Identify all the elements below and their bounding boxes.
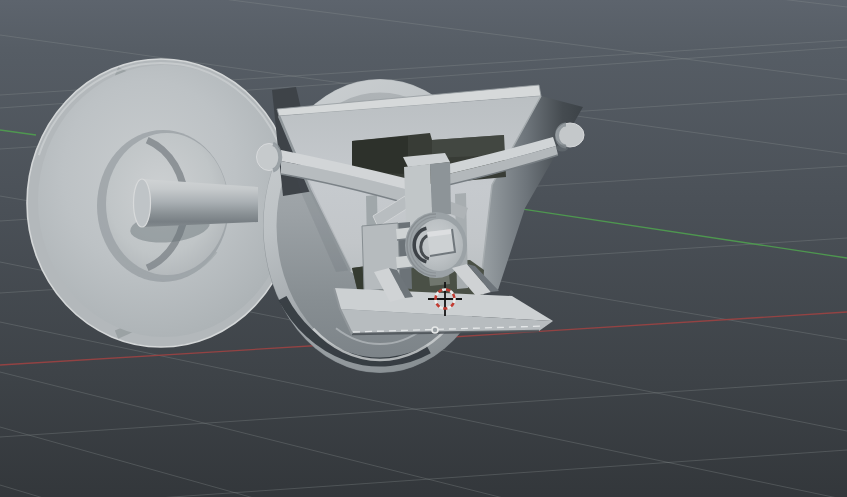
strap-side-face [430, 162, 451, 216]
3d-viewport[interactable] [0, 0, 847, 497]
right-arm-hook-shadow [556, 145, 568, 152]
viewport-canvas[interactable] [0, 0, 847, 497]
axle-end-cap [134, 179, 151, 227]
object-origin-dot[interactable] [432, 327, 438, 333]
origin-ring [432, 327, 438, 333]
axle-shaft [142, 179, 258, 227]
